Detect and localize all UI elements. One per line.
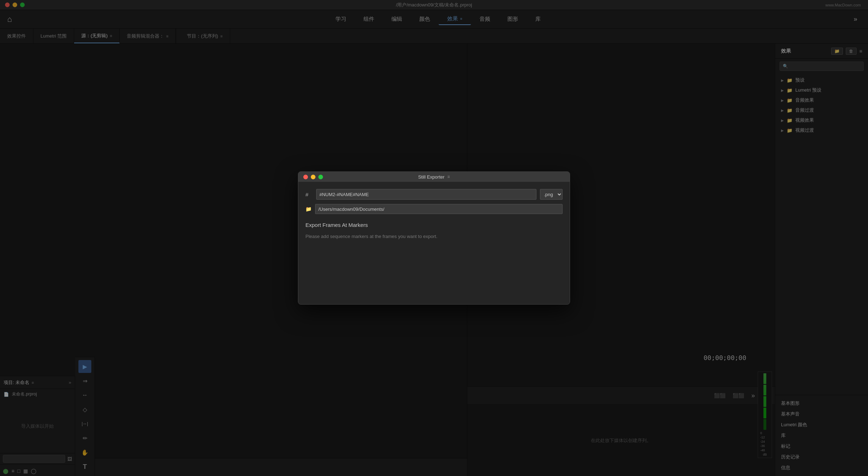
- dialog-content-area: Export Frames At Markers Please add sequ…: [305, 218, 563, 297]
- path-input[interactable]: [315, 204, 563, 214]
- export-frames-title: Export Frames At Markers: [305, 222, 563, 228]
- filename-input[interactable]: [316, 189, 536, 200]
- path-row: 📁: [305, 204, 563, 214]
- dialog-maximize-button[interactable]: [318, 175, 323, 179]
- format-select-wrapper: .png .jpg .tiff .bmp: [540, 189, 563, 200]
- dialog-close-button[interactable]: [303, 175, 308, 179]
- dialog-titlebar: Still Exporter ≡: [298, 172, 570, 182]
- dialog-menu-icon[interactable]: ≡: [447, 174, 450, 179]
- filename-row: # .png .jpg .tiff .bmp: [305, 189, 563, 200]
- still-exporter-dialog: Still Exporter ≡ # .png .jpg .tiff .bmp: [298, 171, 570, 305]
- export-frames-info: Please add sequence markers at the frame…: [305, 234, 563, 239]
- filename-label: #: [305, 191, 313, 198]
- folder-icon: 📁: [305, 206, 312, 212]
- dialog-body: # .png .jpg .tiff .bmp 📁 Export F: [298, 182, 570, 304]
- dialog-window-controls[interactable]: [303, 175, 323, 179]
- modal-overlay: Still Exporter ≡ # .png .jpg .tiff .bmp: [0, 0, 868, 476]
- dialog-title: Still Exporter ≡: [418, 174, 450, 180]
- dialog-minimize-button[interactable]: [311, 175, 315, 179]
- format-select[interactable]: .png .jpg .tiff .bmp: [540, 189, 563, 200]
